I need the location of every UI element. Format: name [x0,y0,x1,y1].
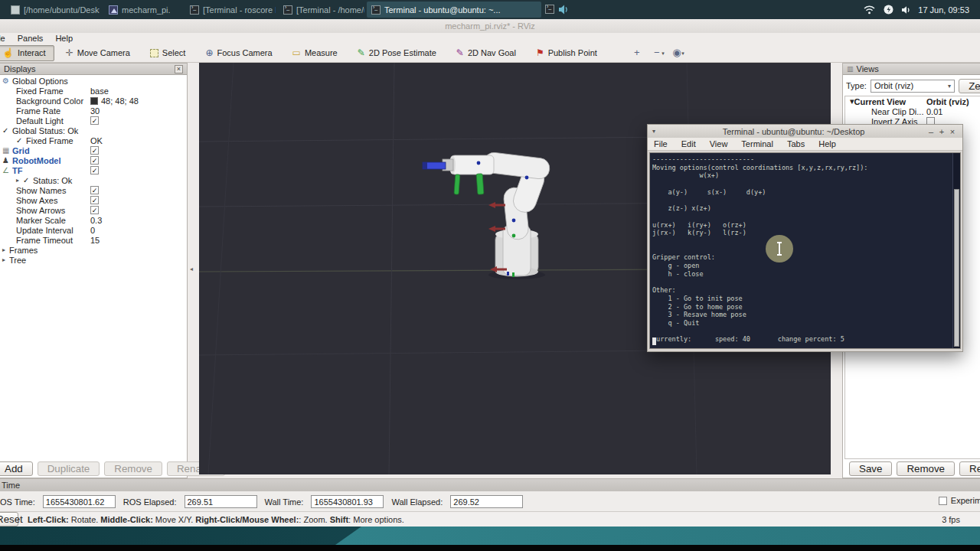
views-panel-titlebar[interactable]: ▥ Views [843,64,980,75]
zero-button[interactable]: Zero [959,79,980,93]
checkbox[interactable]: ✓ [90,166,99,174]
expander-arrow-icon[interactable]: ▸ [2,256,9,263]
value-text[interactable]: base [90,86,109,96]
display-row-label: Global Options [12,77,68,86]
terminal-titlebar[interactable]: ▾ Terminal - ubuntu@ubuntu: ~/Desktop – … [648,125,962,138]
panel-collapse-left-icon[interactable]: ◂ [190,266,193,272]
displays-tree-row[interactable]: Show Arrows✓ [0,205,187,215]
taskbar-window-button[interactable]: [Terminal - roscore http://loc... [185,2,276,18]
tool-pose-button[interactable]: 2D Pose Estimate [349,45,445,61]
value-text[interactable]: 48; 48; 48 [101,96,139,106]
wifi-icon[interactable] [863,5,876,15]
rviz-titlebar[interactable]: mecharm_pi.rviz* - RViz [0,19,980,33]
displays-tree-row[interactable]: Marker Scale0.3 [0,215,187,225]
displays-tree-row[interactable]: Frame Timeout15 [0,235,187,245]
displays-tree-row[interactable]: Default Light✓ [0,116,187,126]
checkbox[interactable]: ✓ [90,156,99,165]
terminal-output[interactable]: -------------------------- Moving option… [652,155,951,348]
taskbar-window-button[interactable]: mecharm_pi.rviz* - RViz [104,2,170,18]
tool-properties-button[interactable]: ◉▾ [668,45,685,60]
tool-measure-button[interactable]: Measure [284,45,346,61]
scrollbar-thumb[interactable] [954,189,959,347]
tool-hand-button[interactable]: Interact [0,45,54,61]
displays-tree-row[interactable]: Background Color48; 48; 48 [0,96,187,106]
add-button[interactable]: Add [0,461,33,476]
time-field-input[interactable] [450,495,523,508]
terminal-scrollbar[interactable] [952,153,960,348]
value-text[interactable]: 0.3 [90,216,102,225]
displays-tree-row[interactable]: ⚙Global Options [0,76,187,86]
minimize-icon[interactable]: – [926,127,936,136]
maximize-icon[interactable]: + [936,127,947,136]
terminal-menu-edit[interactable]: Edit [675,139,702,148]
displays-tree-row[interactable]: ▸Tree [0,255,187,265]
rename-button[interactable]: Rename [959,461,980,476]
tool-nav-button[interactable]: 2D Nav Goal [448,45,524,61]
volume-icon[interactable] [901,5,911,15]
taskbar-window-button[interactable]: [/home/ubuntu/Desktop/Plai... [6,2,100,18]
terminal-menu-file[interactable]: File [648,139,674,148]
tool-focus-button[interactable]: Focus Camera [197,45,280,61]
add-tool-button[interactable]: + [629,45,645,60]
checkbox[interactable]: ✓ [90,146,99,155]
expander-arrow-icon[interactable]: ▸ [16,177,23,184]
checkbox[interactable]: ✓ [90,196,99,204]
tool-select-button[interactable]: Select [142,45,194,61]
experimental-toggle[interactable]: Experimental [939,496,980,505]
displays-tree-row[interactable]: Frame Rate30 [0,106,187,116]
views-tree-row[interactable]: Near Clip Di...0.01 [845,106,980,116]
terminal-icon[interactable] [545,5,554,14]
displays-tree-row[interactable]: ✓Global Status: Ok [0,126,187,135]
displays-tree-row[interactable]: Fixed Framebase [0,86,187,96]
menu-file[interactable]: File [0,34,11,43]
terminal-body[interactable]: -------------------------- Moving option… [649,152,961,349]
time-field-input[interactable] [185,495,257,508]
tool-pin-button[interactable]: Publish Point [528,45,606,61]
power-manager-icon[interactable] [883,4,894,15]
displays-tree-row[interactable]: ∠TF✓ [0,165,187,175]
displays-tree-row[interactable]: ♟RobotModel✓ [0,155,187,165]
terminal-menu-view[interactable]: View [704,139,734,148]
speaker-icon[interactable] [557,4,570,15]
close-icon[interactable]: × [947,127,958,136]
color-swatch[interactable] [90,97,98,105]
tool-move-button[interactable]: Move Camera [57,45,139,61]
save-button[interactable]: Save [849,461,892,476]
value-text[interactable]: Orbit (rviz) [926,97,969,106]
menu-help[interactable]: Help [50,34,78,43]
taskbar-window-button[interactable]: Terminal - ubuntu@ubuntu: ~... [367,2,541,18]
displays-tree-row[interactable]: Show Names✓ [0,185,187,195]
value-text[interactable]: 30 [90,106,100,116]
views-tree-row[interactable]: ▾ Current ViewOrbit (rviz) [845,96,980,106]
terminal-menu-help[interactable]: Help [812,139,842,148]
displays-tree-row[interactable]: Update Interval0 [0,225,187,235]
displays-tree-row[interactable]: ✓Fixed FrameOK [0,135,187,145]
remove-tool-button[interactable]: −▾ [648,45,665,60]
checkbox[interactable]: ✓ [90,186,99,194]
value-text[interactable]: 0 [90,226,95,235]
displays-panel-titlebar[interactable]: Displays × [0,64,187,75]
time-field-input[interactable] [311,495,384,508]
remove-button[interactable]: Remove [897,461,955,476]
reset-button[interactable]: Reset [0,512,18,527]
displays-tree-row[interactable]: Show Axes✓ [0,195,187,205]
window-menu-icon[interactable]: ▾ [652,128,662,135]
close-icon[interactable]: × [175,65,183,73]
checkbox[interactable]: ✓ [90,116,99,125]
displays-tree-row[interactable]: ▸✓Status: Ok [0,175,187,185]
checkbox[interactable]: ✓ [90,206,99,214]
value-text[interactable]: OK [90,136,103,145]
taskbar-clock[interactable]: 17 Jun, 09:53 [918,5,969,15]
experimental-checkbox[interactable] [939,497,947,505]
expander-arrow-icon[interactable]: ▸ [2,246,9,253]
menu-panels[interactable]: Panels [12,34,49,43]
terminal-menu-terminal[interactable]: Terminal [735,139,779,148]
taskbar-window-button[interactable]: [Terminal - /home/ubuntu/ca... [279,2,364,18]
displays-tree-row[interactable]: ▸Frames [0,245,187,255]
displays-tree-row[interactable]: ▦Grid✓ [0,145,187,155]
terminal-menu-tabs[interactable]: Tabs [781,139,811,148]
views-type-select[interactable]: Orbit (rviz) ▾ [871,80,955,93]
value-text[interactable]: 0.01 [926,107,942,116]
time-field-input[interactable] [43,495,116,508]
value-text[interactable]: 15 [90,236,100,245]
